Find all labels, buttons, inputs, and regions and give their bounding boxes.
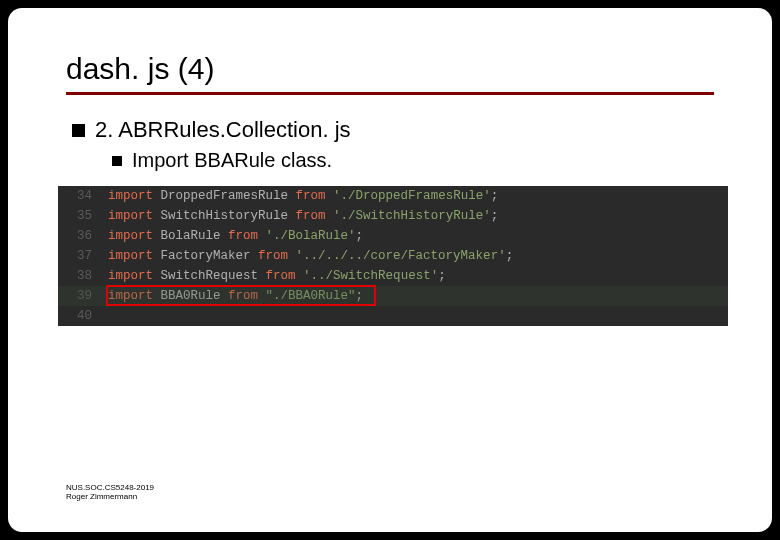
code-line: 36import BolaRule from './BolaRule';: [58, 226, 728, 246]
code-content: import DroppedFramesRule from './Dropped…: [108, 186, 498, 206]
code-content: import FactoryMaker from '../../../core/…: [108, 246, 513, 266]
code-line: 39import BBA0Rule from "./BBA0Rule";: [58, 286, 728, 306]
slide: dash. js (4) 2. ABRRules.Collection. js …: [8, 8, 772, 532]
line-number: 38: [58, 266, 102, 286]
bullet-item-1: 2. ABRRules.Collection. js: [72, 117, 714, 143]
code-content: import SwitchHistoryRule from './SwitchH…: [108, 206, 498, 226]
code-content: import BBA0Rule from "./BBA0Rule";: [108, 286, 363, 306]
footer-line-1: NUS.SOC.CS5248-2019: [66, 483, 154, 493]
line-number: 37: [58, 246, 102, 266]
code-content: import SwitchRequest from '../SwitchRequ…: [108, 266, 446, 286]
bullet-square-icon: [72, 124, 85, 137]
code-line: 34import DroppedFramesRule from './Dropp…: [58, 186, 728, 206]
line-number: 34: [58, 186, 102, 206]
code-line: 37import FactoryMaker from '../../../cor…: [58, 246, 728, 266]
line-number: 35: [58, 206, 102, 226]
bullet-square-icon: [112, 156, 122, 166]
line-number: 39: [58, 286, 102, 306]
slide-footer: NUS.SOC.CS5248-2019 Roger Zimmermann: [66, 483, 154, 502]
code-line: 35import SwitchHistoryRule from './Switc…: [58, 206, 728, 226]
code-line: 40: [58, 306, 728, 326]
line-number: 40: [58, 306, 102, 326]
code-content: import BolaRule from './BolaRule';: [108, 226, 363, 246]
code-line: 38import SwitchRequest from '../SwitchRe…: [58, 266, 728, 286]
line-number: 36: [58, 226, 102, 246]
code-block: 34import DroppedFramesRule from './Dropp…: [58, 186, 728, 326]
footer-line-2: Roger Zimmermann: [66, 492, 154, 502]
page-title: dash. js (4): [66, 52, 714, 95]
bullet-text-2: Import BBARule class.: [132, 149, 332, 172]
bullet-item-2: Import BBARule class.: [112, 149, 714, 172]
bullet-text-1: 2. ABRRules.Collection. js: [95, 117, 351, 143]
